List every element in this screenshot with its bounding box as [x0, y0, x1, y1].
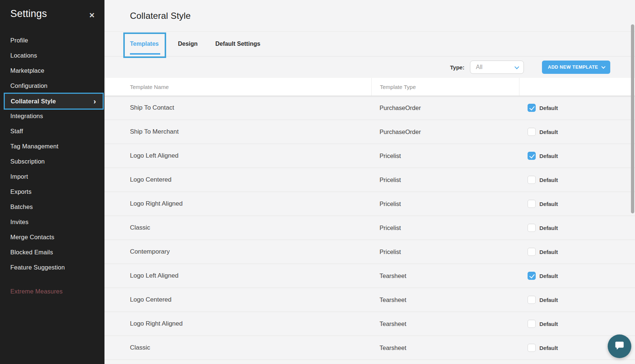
chevron-down-icon [515, 64, 519, 69]
default-checkbox-label: Default [539, 177, 558, 183]
default-checkbox[interactable] [528, 152, 536, 160]
sidebar-item-exports[interactable]: Exports › [0, 184, 104, 199]
sidebar-item-collateral-style[interactable]: Collateral Style › [4, 93, 104, 110]
template-name-cell: Logo Centered [104, 288, 371, 312]
template-type-cell: Tearsheet [371, 336, 519, 360]
type-filter-label: Type: [450, 64, 464, 71]
template-name-cell: Logo Left Aligned [104, 264, 371, 288]
default-checkbox[interactable] [528, 344, 536, 352]
table-row[interactable]: Logo Right Aligned Tearsheet Default [104, 312, 635, 336]
sidebar-item-label: Collateral Style [11, 98, 56, 105]
sidebar-item-staff[interactable]: Staff › [0, 124, 104, 139]
default-checkbox-label: Default [539, 129, 558, 135]
table-row[interactable]: Ship To Merchant PurchaseOrder Default [104, 120, 635, 144]
default-checkbox[interactable] [528, 272, 536, 280]
sidebar-item-integrations[interactable]: Integrations › [0, 109, 104, 124]
template-type-cell: Pricelist [371, 240, 519, 264]
sidebar-item-merge-contacts[interactable]: Merge Contacts › [0, 230, 104, 245]
close-icon[interactable]: ✕ [87, 10, 97, 21]
template-type-cell: Pricelist [371, 192, 519, 216]
tab-design[interactable]: Design [172, 41, 203, 47]
template-name-cell: Logo Right Aligned [104, 312, 371, 336]
sidebar-item-label: Import [10, 173, 28, 180]
sidebar-item-label: Blocked Emails [10, 249, 53, 256]
column-header-template-name: Template Name [104, 78, 371, 96]
default-checkbox[interactable] [528, 128, 536, 136]
default-cell: Default [519, 168, 635, 192]
default-checkbox-label: Default [539, 249, 558, 255]
template-name-cell: Ship To Merchant [104, 120, 371, 144]
sidebar-item-extreme-measures[interactable]: Extreme Measures [0, 284, 104, 299]
sidebar-item-marketplace[interactable]: Marketplace › [0, 63, 104, 78]
sidebar-item-label: Locations [10, 52, 37, 59]
table-row[interactable]: Classic Pricelist Default [104, 216, 635, 240]
default-checkbox[interactable] [528, 320, 536, 328]
table-row[interactable]: Contemporary Pricelist Default [104, 240, 635, 264]
sidebar-item-label: Batches [10, 203, 33, 210]
type-filter-dropdown[interactable]: All [470, 61, 524, 74]
sidebar-title: Settings [10, 8, 47, 20]
default-checkbox-label: Default [539, 225, 558, 231]
table-row[interactable]: Logo Left Aligned Pricelist Default [104, 144, 635, 168]
default-checkbox[interactable] [528, 296, 536, 304]
sidebar-item-invites[interactable]: Invites › [0, 214, 104, 230]
template-type-cell: Pricelist [371, 216, 519, 240]
default-cell: Default [519, 288, 635, 312]
add-new-template-button[interactable]: ADD NEW TEMPLATE [542, 61, 610, 74]
chat-widget-button[interactable] [608, 334, 631, 358]
chevron-right-icon: › [93, 97, 96, 105]
template-name-cell: Classic [104, 216, 371, 240]
default-checkbox[interactable] [528, 248, 536, 256]
sidebar-item-configuration[interactable]: Configuration › [0, 78, 104, 93]
template-name-cell: Logo Centered [104, 168, 371, 192]
default-checkbox-label: Default [539, 321, 558, 327]
sidebar-item-label: Extreme Measures [10, 288, 63, 295]
sidebar-item-profile[interactable]: Profile › [0, 33, 104, 48]
tab-templates[interactable]: Templates [123, 32, 166, 58]
sidebar-item-feature-suggestion[interactable]: Feature Suggestion › [0, 260, 104, 275]
default-checkbox[interactable] [528, 104, 536, 112]
sidebar-header: Settings ✕ [0, 0, 104, 21]
column-header-template-type: Template Type [371, 78, 519, 96]
sidebar-item-label: Integrations [10, 113, 43, 120]
chat-bubble-icon [614, 340, 625, 353]
template-name-cell: Classic [104, 336, 371, 360]
sidebar-item-batches[interactable]: Batches › [0, 199, 104, 214]
template-name-cell: Logo Right Aligned [104, 192, 371, 216]
default-checkbox[interactable] [528, 224, 536, 232]
table-row[interactable]: Classic Tearsheet Default [104, 336, 635, 360]
sidebar-item-label: Merge Contacts [10, 234, 54, 241]
sidebar-item-label: Staff [10, 128, 23, 135]
table-header: Template Name Template Type [104, 78, 635, 96]
table-row[interactable]: Logo Right Aligned Pricelist Default [104, 192, 635, 216]
table-row[interactable]: Ship To Contact PurchaseOrder Default [104, 96, 635, 120]
settings-sidebar: Settings ✕ Profile › Locations › Marketp… [0, 0, 104, 364]
sidebar-item-import[interactable]: Import › [0, 169, 104, 184]
template-type-cell: Pricelist [371, 144, 519, 168]
tab-default-settings[interactable]: Default Settings [209, 41, 266, 47]
default-cell: Default [519, 120, 635, 144]
default-cell: Default [519, 264, 635, 288]
page-title: Collateral Style [130, 11, 191, 21]
template-type-cell: PurchaseOrder [371, 96, 519, 120]
table-row[interactable]: Logo Left Aligned Tearsheet Default [104, 264, 635, 288]
sidebar-item-label: Marketplace [10, 67, 44, 74]
default-cell: Default [519, 216, 635, 240]
default-checkbox[interactable] [528, 176, 536, 184]
sidebar-item-blocked-emails[interactable]: Blocked Emails › [0, 245, 104, 260]
default-checkbox-label: Default [539, 105, 558, 111]
filter-bar: Type: All ADD NEW TEMPLATE [104, 56, 635, 78]
sidebar-item-label: Feature Suggestion [10, 264, 65, 271]
sidebar-item-locations[interactable]: Locations › [0, 48, 104, 63]
default-checkbox[interactable] [528, 200, 536, 208]
table-row[interactable]: Logo Centered Tearsheet Default [104, 288, 635, 312]
vertical-scrollbar[interactable] [631, 24, 634, 213]
sidebar-item-tag-management[interactable]: Tag Management › [0, 139, 104, 154]
sidebar-item-label: Subscription [10, 158, 45, 165]
template-name-cell: Logo Left Aligned [104, 144, 371, 168]
template-type-cell: Pricelist [371, 168, 519, 192]
table-row[interactable]: Logo Centered Pricelist Default [104, 168, 635, 192]
default-cell: Default [519, 312, 635, 336]
sidebar-item-label: Tag Management [10, 143, 58, 150]
sidebar-item-subscription[interactable]: Subscription › [0, 154, 104, 169]
